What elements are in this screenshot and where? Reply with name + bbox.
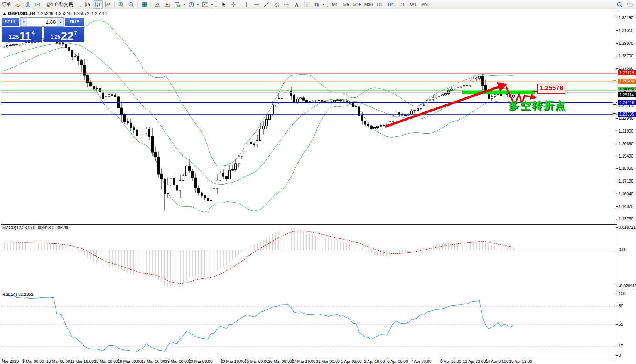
timeframe-M15[interactable]: M15 <box>352 1 363 8</box>
candle-body <box>469 81 471 85</box>
line-handle[interactable] <box>613 113 616 116</box>
timeframe-W1[interactable]: W1 <box>408 1 418 8</box>
timeframe-H4[interactable]: H4 <box>386 1 396 8</box>
vertical-line-tool-button[interactable] <box>241 0 251 9</box>
gold-ingot-icon[interactable] <box>13 0 22 9</box>
turning-point-label[interactable]: 多空转折点 <box>509 99 567 112</box>
toolbar-separator <box>114 2 115 8</box>
bar-chart-type-button[interactable] <box>83 0 93 9</box>
line-price-label: 1.27129 <box>618 70 636 75</box>
line-price-label: 1.26404 <box>618 79 636 84</box>
price-axis[interactable]: 1.321801.310101.298701.287001.275601.241… <box>619 10 636 364</box>
macd-pane[interactable] <box>1 228 617 287</box>
line-handle[interactable] <box>613 102 616 105</box>
candle-body <box>111 95 113 95</box>
candle-body <box>10 45 12 46</box>
arrows-shapes-dropdown[interactable]: ▾ <box>322 3 325 6</box>
horizontal-line-tool-button[interactable] <box>251 0 261 9</box>
time-axis-label: 20 Mar 08:00 <box>189 359 213 364</box>
timeframe-D1[interactable]: D1 <box>397 1 407 8</box>
cursor-tool-button[interactable] <box>218 0 228 9</box>
candle-body <box>87 75 89 82</box>
ohlc-low: 1.25072 <box>73 11 89 16</box>
equidistant-channel-tool-button[interactable]: E <box>272 0 281 9</box>
candle-body <box>256 140 258 145</box>
timeframe-H1[interactable]: H1 <box>375 1 385 8</box>
candle-body <box>337 100 339 100</box>
candle-body <box>142 133 144 134</box>
candle-body <box>189 166 191 171</box>
candle-body <box>278 99 280 103</box>
toolbar-grip[interactable] <box>327 2 328 7</box>
volume-decrease-button[interactable]: ▼ <box>20 18 27 26</box>
candle-body <box>161 174 163 179</box>
text-tool-button[interactable]: A <box>292 0 301 9</box>
line-chart-type-button[interactable] <box>103 0 113 9</box>
timeframe-M5[interactable]: M5 <box>341 1 351 8</box>
new-chart-dropdown[interactable]: ▾ <box>182 3 186 6</box>
buy-price-box[interactable]: 1.25227 <box>44 27 84 42</box>
trendline-tool-button[interactable] <box>261 0 271 9</box>
timeframe-M1[interactable]: M1 <box>330 1 340 8</box>
bid-price-label: 1.25114 <box>618 92 636 97</box>
candle-body <box>155 152 157 157</box>
autotrading-button[interactable]: 自动交易 <box>43 0 78 9</box>
toolbar-grip[interactable] <box>80 2 81 7</box>
autotrading-icon <box>47 2 53 8</box>
rsi-pane[interactable] <box>1 295 617 351</box>
zoom-out-button[interactable] <box>126 0 136 9</box>
chart-canvas[interactable] <box>1 10 617 363</box>
price-callout[interactable]: 1.25576 <box>537 84 565 94</box>
rsi-axis-label: 0 <box>619 353 621 358</box>
volume-increase-button[interactable]: ▲ <box>57 18 64 26</box>
new-chart-button[interactable] <box>172 0 182 9</box>
candle-body <box>96 88 98 89</box>
line-handle[interactable] <box>613 80 616 83</box>
price-tick-mark <box>616 168 618 169</box>
chat-icon[interactable] <box>625 0 634 9</box>
candle-body <box>192 171 194 178</box>
time-axis-label: 9 Mar 00:00 <box>22 359 44 364</box>
main-price-pane[interactable] <box>1 21 617 212</box>
periods-dropdown[interactable]: ▾ <box>196 3 200 6</box>
candle-body <box>219 173 221 180</box>
candle-body <box>374 127 376 129</box>
chart-shift-button[interactable] <box>162 0 172 9</box>
sell-price-box[interactable]: 1.25114 <box>2 27 42 42</box>
templates-dropdown[interactable]: ▾ <box>210 3 214 6</box>
community-profile-icon[interactable] <box>23 0 32 9</box>
signals-icon[interactable] <box>33 0 42 9</box>
crosshair-tool-button[interactable] <box>228 0 238 9</box>
support-zone-rectangle[interactable] <box>462 91 535 94</box>
candle-body <box>223 173 224 176</box>
chart-panes: GBPUSD-,H4 1.25246 1.25345 1.25072 1.251… <box>1 10 618 364</box>
candle-body <box>260 129 261 140</box>
candle-body <box>115 95 116 97</box>
timeframe-M30[interactable]: M30 <box>363 1 374 8</box>
candle-body <box>275 103 277 105</box>
buy-button[interactable]: BUY <box>65 18 84 26</box>
volume-input[interactable] <box>27 18 57 26</box>
text-label-tool-button[interactable]: T <box>302 0 311 9</box>
bollinger-upper <box>4 21 513 166</box>
trend-arrow[interactable] <box>385 85 505 127</box>
auto-scroll-button[interactable] <box>152 0 162 9</box>
templates-button[interactable] <box>200 0 210 9</box>
buy-price-big: 22 <box>61 30 74 41</box>
candle-body <box>121 108 123 114</box>
timeframe-MN[interactable]: MN <box>419 1 430 8</box>
zoom-in-button[interactable] <box>116 0 126 9</box>
candlestick-chart-type-button[interactable] <box>93 0 103 9</box>
candle-body <box>7 46 8 47</box>
candle-body <box>148 129 150 136</box>
arrows-shapes-button[interactable] <box>312 0 321 9</box>
price-tick-label: 1.29870 <box>619 41 633 46</box>
search-icon[interactable] <box>615 0 624 9</box>
toolbar-separator <box>137 2 138 8</box>
new-order-button[interactable]: 订单 <box>1 1 12 8</box>
toolbar-grip[interactable] <box>215 2 217 7</box>
fibonacci-tool-button[interactable]: F <box>282 0 291 9</box>
sell-button[interactable]: SELL <box>2 18 19 26</box>
tile-windows-button[interactable] <box>139 0 149 9</box>
periods-clock-button[interactable] <box>186 0 196 9</box>
